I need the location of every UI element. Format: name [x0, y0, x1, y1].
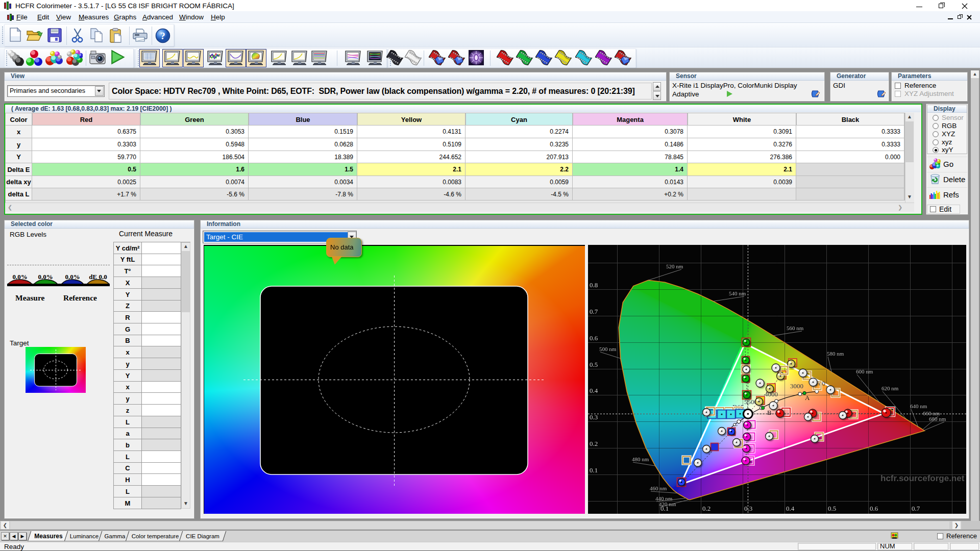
svg-text:?: ? [160, 31, 165, 41]
